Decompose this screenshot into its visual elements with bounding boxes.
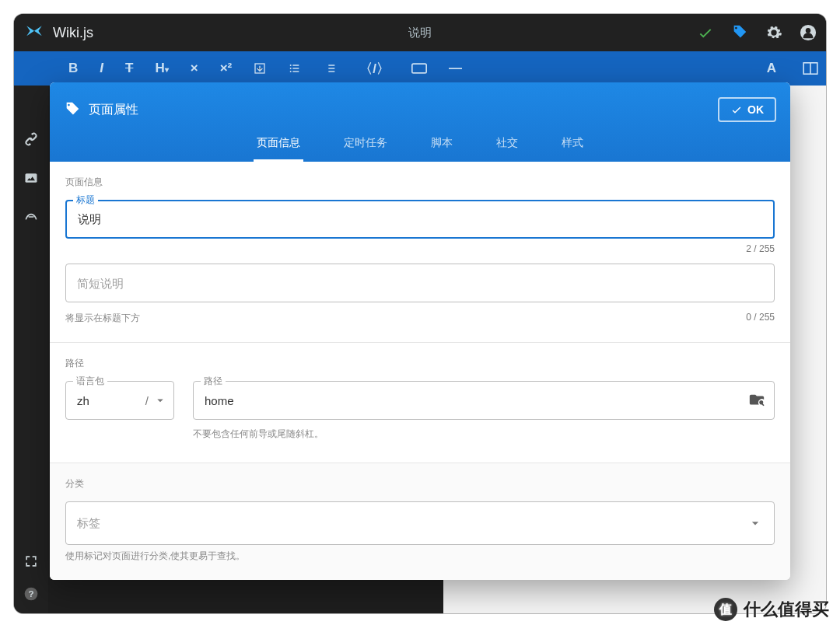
tag-icon[interactable]	[731, 24, 748, 41]
account-icon[interactable]	[800, 24, 817, 41]
tab-social[interactable]: 社交	[493, 127, 521, 162]
folder-search-icon[interactable]	[748, 392, 765, 409]
dialog-header: 页面属性 OK 页面信息 定时任务 脚本 社交 样式	[50, 82, 790, 162]
section-heading: 页面信息	[65, 176, 775, 189]
check-icon[interactable]	[697, 24, 714, 41]
ul-button[interactable]	[288, 62, 302, 75]
bold-button[interactable]: B	[68, 61, 78, 76]
wikijs-logo-icon	[23, 22, 45, 44]
link-icon[interactable]	[23, 131, 40, 148]
title-input[interactable]	[65, 200, 775, 239]
svg-point-3	[290, 65, 292, 66]
svg-point-1	[806, 28, 810, 33]
svg-rect-9	[26, 173, 37, 183]
path-input[interactable]	[193, 381, 775, 420]
topbar-actions	[697, 24, 817, 41]
ok-button-label: OK	[747, 103, 764, 116]
superscript-button[interactable]: ×²	[220, 61, 233, 76]
watermark-text: 什么值得买	[744, 598, 829, 621]
heading-button[interactable]: H▾	[155, 61, 168, 76]
image-icon[interactable]	[23, 169, 40, 187]
tags-input[interactable]: 标签	[65, 501, 775, 545]
lang-separator: /	[145, 394, 149, 407]
section-category: 分类 标签 使用标记对页面进行分类,使其更易于查找。	[50, 463, 790, 580]
svg-point-5	[290, 71, 292, 72]
tab-style[interactable]: 样式	[558, 127, 586, 162]
watermark-icon: 值	[714, 598, 737, 621]
short-desc-hint: 将显示在标题下方	[65, 312, 140, 325]
dialog-tabs: 页面信息 定时任务 脚本 社交 样式	[64, 126, 776, 162]
tags-field: 标签	[65, 501, 775, 545]
section-info: 页面信息 标题 2 / 255 将显示在标题下方 0 / 255	[50, 162, 790, 343]
ol-button[interactable]	[324, 62, 338, 75]
tab-info[interactable]: 页面信息	[254, 127, 303, 162]
editor-toolbar: B I T H▾ × ×² 〈/〉 — A	[14, 51, 826, 86]
lang-label: 语言包	[73, 375, 107, 388]
tag-icon	[64, 101, 81, 118]
tags-hint: 使用标记对页面进行分类,使其更易于查找。	[65, 550, 775, 563]
italic-button[interactable]: I	[100, 61, 103, 76]
fullscreen-icon[interactable]	[23, 553, 40, 570]
ok-button[interactable]: OK	[718, 97, 776, 122]
section-heading: 路径	[65, 357, 775, 370]
title-label: 标题	[73, 194, 98, 207]
topbar: Wiki.js 说明	[14, 14, 826, 51]
lang-field: 语言包 zh /	[65, 381, 174, 420]
function-icon[interactable]	[23, 208, 40, 225]
short-desc-input[interactable]	[65, 264, 775, 302]
app-title: Wiki.js	[53, 25, 93, 41]
chevron-down-icon	[153, 393, 167, 407]
path-hint: 不要包含任何前导或尾随斜杠。	[193, 428, 775, 441]
dialog-body: 页面信息 标题 2 / 255 将显示在标题下方 0 / 255 路径	[50, 162, 790, 580]
path-label: 路径	[201, 375, 226, 388]
title-field: 标题	[65, 200, 775, 239]
editor-sidebar: ?	[14, 86, 48, 613]
code-button[interactable]: 〈/〉	[359, 60, 390, 78]
section-heading: 分类	[65, 477, 775, 491]
tags-placeholder: 标签	[77, 516, 100, 531]
text-color-button[interactable]: A	[767, 61, 776, 76]
short-desc-counter: 0 / 255	[746, 312, 775, 325]
app-window: Wiki.js 说明 B I T H▾ × ×²	[14, 14, 826, 613]
path-field: 路径 不要包含任何前导或尾随斜杠。	[193, 381, 775, 441]
page-properties-dialog: 页面属性 OK 页面信息 定时任务 脚本 社交 样式 页面信息 标题	[50, 82, 790, 580]
short-desc-field	[65, 264, 775, 302]
split-view-button[interactable]	[803, 62, 818, 75]
svg-point-4	[290, 68, 292, 69]
title-counter: 2 / 255	[65, 243, 775, 254]
dialog-title: 页面属性	[89, 102, 138, 118]
help-icon[interactable]: ?	[23, 585, 40, 602]
watermark: 值 什么值得买	[714, 598, 829, 621]
strike-button[interactable]: T	[125, 61, 133, 76]
tab-script[interactable]: 脚本	[428, 127, 456, 162]
page-title: 说明	[408, 26, 432, 40]
svg-text:?: ?	[28, 588, 33, 599]
section-path: 路径 语言包 zh / 路径	[50, 343, 790, 463]
chevron-down-icon	[747, 515, 763, 531]
check-icon	[730, 103, 743, 116]
hr-button[interactable]: —	[449, 61, 462, 76]
tab-schedule[interactable]: 定时任务	[341, 127, 390, 162]
gear-icon[interactable]	[765, 24, 782, 41]
svg-rect-6	[412, 64, 426, 73]
subscript-button[interactable]: ×	[191, 61, 198, 76]
lang-value: zh	[77, 394, 89, 407]
keyboard-button[interactable]	[411, 63, 427, 74]
blockquote-button[interactable]	[254, 62, 266, 75]
